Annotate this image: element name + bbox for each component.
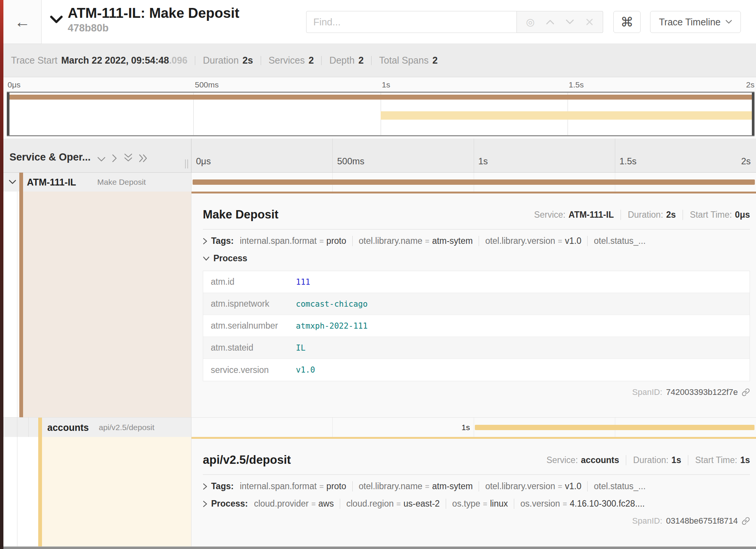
span-row-accounts[interactable]: accounts api/v2.5/deposit 1s — [3, 417, 756, 437]
minimap-span-bar — [7, 95, 754, 100]
trace-start-fraction: .096 — [169, 55, 188, 66]
spanid-value: 742003393b122f7e — [666, 387, 738, 397]
tag-item: otel.library.version=v1.0 — [479, 481, 581, 491]
copy-span-link-icon[interactable] — [742, 388, 750, 396]
process-value: v1.0 — [296, 365, 315, 374]
next-match-icon[interactable] — [565, 19, 574, 25]
copy-span-link-icon[interactable] — [742, 517, 750, 525]
process-section-header: Process — [203, 251, 750, 268]
keyboard-shortcuts-button[interactable]: ⌘ — [613, 11, 641, 33]
meta-label: Service: — [546, 455, 578, 465]
service-name: accounts — [47, 422, 89, 433]
service-operation-header: Service & Oper... — [3, 139, 191, 172]
span-operation-title: api/v2.5/deposit — [203, 453, 291, 467]
spanid-row: SpanID: 742003393b122f7e — [203, 387, 750, 397]
trace-start-label: Trace Start — [11, 55, 58, 66]
trace-view-dropdown[interactable]: Trace Timeline — [650, 11, 741, 33]
tick-label: 500ms — [337, 156, 364, 167]
meta-label: Service: — [534, 210, 565, 220]
find-control: ◎ — [306, 11, 603, 33]
collapse-trace-chevron-icon[interactable] — [50, 15, 63, 24]
process-key: service.version — [203, 365, 296, 375]
process-row: atm.ispnetwork comcast-chicago — [203, 293, 750, 315]
process-value: 111 — [296, 278, 310, 287]
minimap-canvas[interactable] — [7, 92, 754, 136]
chevron-right-icon[interactable] — [203, 483, 207, 490]
detail-left-tint — [42, 437, 191, 546]
tick-label: 0μs — [8, 80, 20, 89]
process-row: atm.id 111 — [203, 271, 750, 293]
minimap-right-handle[interactable] — [752, 92, 754, 136]
meta-label: Duration: — [628, 210, 663, 220]
find-input[interactable] — [306, 11, 517, 33]
service-color-marker — [19, 173, 23, 192]
tick-label: 1.5s — [619, 156, 636, 167]
span-detail-panel-atm: Make Deposit Service:ATM-111-IL Duration… — [3, 192, 756, 417]
span-row-bar-cell — [191, 173, 756, 192]
trace-timeline-table: Service & Oper... — [3, 139, 756, 546]
clear-find-icon[interactable] — [585, 18, 594, 26]
divider — [371, 56, 372, 65]
service-color-marker — [19, 192, 23, 417]
spanid-label: SpanID: — [632, 387, 663, 397]
span-operation-title: Make Deposit — [203, 208, 278, 221]
match-highlight-icon[interactable]: ◎ — [526, 17, 535, 27]
find-actions: ◎ — [517, 11, 603, 33]
trace-start: Trace Start March 22 2022, 09:54:48.096 — [11, 55, 187, 66]
collapse-all-chevron-down-icon[interactable] — [97, 157, 106, 162]
back-button[interactable]: ← — [3, 0, 42, 44]
chevron-down-icon[interactable] — [203, 256, 210, 261]
detail-content: api/v2.5/deposit Service:accounts Durati… — [191, 437, 756, 546]
meta-value: 1s — [672, 455, 681, 465]
tag-item-truncated: otel.status_... — [587, 236, 651, 246]
process-row-inline: Process: cloud.provider=aws cloud.region… — [203, 496, 750, 514]
expand-all-double-chevron-icon[interactable] — [139, 154, 148, 162]
process-value: atmxph-2022-111 — [296, 321, 368, 331]
column-resizer-handle[interactable] — [185, 159, 188, 168]
process-tag-item: os.type=linux — [446, 499, 508, 509]
operation-name: Make Deposit — [97, 178, 146, 187]
spanid-value: 03148be6751f8714 — [666, 516, 738, 526]
chevron-right-icon[interactable] — [203, 501, 207, 507]
tags-toggle[interactable]: Tags: — [211, 481, 234, 491]
process-key: atm.id — [203, 277, 296, 287]
process-toggle[interactable]: Process: — [211, 499, 248, 509]
collapse-span-chevron-icon[interactable] — [9, 180, 16, 185]
process-value: comcast-chicago — [296, 299, 368, 309]
span-meta: Service:accounts Duration:1s Start Time:… — [546, 455, 750, 465]
process-toggle[interactable]: Process — [213, 253, 247, 264]
span-duration-bar[interactable] — [475, 425, 754, 430]
chevron-right-icon[interactable] — [203, 238, 207, 245]
process-row: service.version v1.0 — [203, 359, 750, 381]
spanid-label: SpanID: — [632, 516, 663, 526]
timeline-minimap: 0μs 500ms 1s 1.5s 2s — [3, 77, 756, 139]
collapse-all-double-chevron-icon[interactable] — [124, 153, 132, 162]
tick-label: 500ms — [195, 80, 219, 89]
span-duration-bar[interactable] — [193, 179, 755, 185]
span-row-bar-cell: 1s — [191, 418, 756, 437]
process-row: atm.serialnumber atmxph-2022-111 — [203, 315, 750, 337]
process-table: atm.id 111 atm.ispnetwork comcast-chicag… — [203, 271, 750, 381]
stat-label: Depth — [329, 55, 355, 66]
back-arrow-icon: ← — [14, 13, 30, 31]
span-meta: Service:ATM-111-IL Duration:2s Start Tim… — [534, 210, 750, 220]
process-tag-item: cloud.provider=aws — [254, 499, 334, 509]
span-row-atm[interactable]: ATM-111-IL Make Deposit — [3, 173, 756, 192]
expand-one-chevron-right-icon[interactable] — [112, 154, 118, 162]
process-tag-item-truncated: os.version=4.16.10-300.fc28.... — [514, 499, 645, 509]
prev-match-icon[interactable] — [546, 19, 555, 25]
stat-total-spans: Total Spans 2 — [379, 55, 438, 66]
detail-header: api/v2.5/deposit Service:accounts Durati… — [203, 448, 750, 474]
chevron-down-icon — [725, 20, 732, 24]
divider — [261, 56, 261, 65]
tick-label: 1.5s — [569, 80, 584, 89]
minimap-ticks: 0μs 500ms 1s 1.5s 2s — [7, 80, 754, 92]
minimap-left-handle[interactable] — [7, 92, 9, 136]
window-bottom-edge — [3, 546, 756, 549]
meta-value: 1s — [740, 455, 750, 465]
meta-value: 0μs — [735, 210, 750, 220]
tags-toggle[interactable]: Tags: — [211, 236, 234, 246]
stat-label: Duration — [203, 55, 239, 66]
tag-item-truncated: otel.status_... — [587, 481, 651, 491]
indent-guide — [28, 418, 29, 437]
